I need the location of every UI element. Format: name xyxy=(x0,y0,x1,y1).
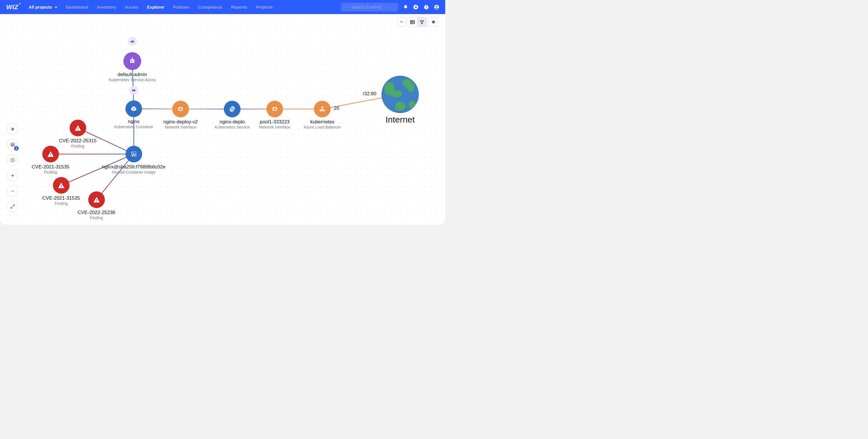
node-subtitle: Kubernetes Service Accou xyxy=(109,77,156,82)
node-default-admin[interactable]: default-adminKubernetes Service Accou xyxy=(109,52,156,82)
node-title: default-admin xyxy=(109,72,156,77)
crown-icon xyxy=(129,86,138,94)
globe-icon xyxy=(381,76,419,113)
svg-point-42 xyxy=(12,160,13,161)
notifications-button[interactable] xyxy=(403,4,408,10)
node-nginx-image[interactable]: nginx@sha256:f7988fb6c02eHosted Containe… xyxy=(102,146,165,175)
search-placeholder: Search (Cmd+K) xyxy=(351,5,381,9)
svg-rect-34 xyxy=(50,156,51,156)
table-icon xyxy=(410,20,415,24)
node-subtitle: Network Interface xyxy=(259,125,290,129)
finding-icon xyxy=(69,120,86,136)
favorite-button[interactable] xyxy=(429,17,438,26)
expand-icon xyxy=(10,204,15,209)
node-cve-25315[interactable]: CVE-2022-25315Finding xyxy=(59,120,96,148)
node-title: nginx-deplo xyxy=(215,119,250,125)
node-subtitle: Hosted Container Image xyxy=(102,170,165,175)
graph-view-button[interactable] xyxy=(417,18,427,27)
svg-rect-32 xyxy=(78,129,78,130)
load-balancer-icon xyxy=(314,101,331,117)
svg-point-0 xyxy=(345,5,347,8)
internet-label: Internet xyxy=(381,115,419,125)
minus-icon xyxy=(10,189,15,194)
node-internet[interactable]: Internet xyxy=(381,76,419,125)
graph-filter-icon xyxy=(420,20,424,24)
svg-point-28 xyxy=(323,110,325,111)
nav-link-reports[interactable]: Reports xyxy=(231,5,247,9)
nav-link-projects[interactable]: Projects xyxy=(256,5,273,9)
finding-icon xyxy=(42,146,59,162)
node-subtitle: Finding xyxy=(78,216,115,220)
svg-rect-35 xyxy=(61,185,61,186)
nav-link-inventory[interactable]: Inventory xyxy=(97,5,117,9)
node-cve-25236[interactable]: CVE-2022-25236Finding xyxy=(78,191,115,220)
node-subtitle: Finding xyxy=(32,170,69,175)
table-view-button[interactable] xyxy=(408,18,417,27)
node-title: CVE-2021-31535 xyxy=(42,195,80,201)
target-icon xyxy=(10,158,15,163)
gear-icon xyxy=(413,5,418,10)
nav-link-explorer[interactable]: Explorer xyxy=(147,5,164,9)
svg-point-18 xyxy=(133,61,134,62)
account-button[interactable] xyxy=(434,4,439,10)
svg-rect-24 xyxy=(274,108,276,109)
node-nginx-deplo[interactable]: nginx-deploKubernetes Service xyxy=(215,101,250,129)
nav-link-dashboard[interactable]: Dashboard xyxy=(66,5,88,9)
node-subtitle: Azure Load Balancer xyxy=(304,125,341,129)
nav-link-policies[interactable]: Policies xyxy=(173,5,189,9)
node-subtitle: Network Interface xyxy=(163,125,198,129)
locate-button[interactable] xyxy=(7,154,19,166)
node-pool1[interactable]: pool1-333223Network Interface xyxy=(259,101,290,129)
container-image-icon xyxy=(125,146,142,162)
global-search[interactable]: Search (Cmd+K) xyxy=(341,3,398,11)
user-icon xyxy=(434,5,439,10)
help-button[interactable]: ? xyxy=(423,4,429,10)
node-nginx-container[interactable]: nginxKubernetes Container xyxy=(114,100,153,129)
fullscreen-button[interactable] xyxy=(7,201,19,212)
svg-rect-40 xyxy=(410,20,414,24)
canvas-controls: 2 xyxy=(7,123,19,212)
node-cve-31535-b[interactable]: CVE-2021-31535Finding xyxy=(42,177,80,206)
recenter-button[interactable] xyxy=(7,123,19,135)
node-subtitle: Kubernetes Service xyxy=(215,125,250,129)
star-icon xyxy=(431,20,436,24)
svg-rect-21 xyxy=(179,108,182,109)
svg-text:?: ? xyxy=(425,5,427,9)
node-nginx-deploy-v2[interactable]: nginx-deploy-v2Network Interface xyxy=(163,101,198,129)
layers-button[interactable]: 2 xyxy=(7,139,19,150)
node-cve-31535-a[interactable]: CVE-2021-31535Finding xyxy=(32,146,69,175)
nav-link-issues[interactable]: Issues xyxy=(125,5,138,9)
edge-port-32-80: /32:80 xyxy=(363,91,376,97)
svg-point-25 xyxy=(321,106,323,108)
plus-icon xyxy=(10,173,15,178)
layers-icon xyxy=(10,142,15,147)
svg-point-26 xyxy=(320,110,321,111)
svg-point-27 xyxy=(321,110,323,111)
svg-point-30 xyxy=(133,153,134,154)
network-interface-icon xyxy=(267,101,283,117)
node-title: pool1-333223 xyxy=(259,119,290,125)
node-title: nginx-deploy-v2 xyxy=(163,119,198,125)
view-options-dropdown[interactable] xyxy=(397,17,406,26)
canvas-toolbar xyxy=(397,17,438,27)
zoom-out-button[interactable] xyxy=(7,185,19,197)
svg-point-4 xyxy=(436,6,437,7)
svg-rect-31 xyxy=(78,127,78,129)
graph-canvas[interactable]: default-adminKubernetes Service Accoungi… xyxy=(0,14,445,225)
svg-rect-16 xyxy=(130,59,135,63)
network-interface-icon xyxy=(172,101,189,117)
app-root: WIZ All projects DashboardInventoryIssue… xyxy=(0,0,445,225)
zoom-in-button[interactable] xyxy=(7,170,19,181)
node-subtitle: Kubernetes Container xyxy=(114,125,153,129)
project-selector[interactable]: All projects xyxy=(29,5,57,9)
brand-logo: WIZ xyxy=(6,3,21,11)
node-title: nginx xyxy=(114,119,153,125)
finding-icon xyxy=(53,177,69,194)
node-title: CVE-2022-25236 xyxy=(78,210,115,216)
view-mode-toggle xyxy=(408,17,427,27)
chevron-down-icon xyxy=(55,6,57,9)
k8s-service-icon xyxy=(224,101,241,117)
nav-link-compliance[interactable]: Compliance xyxy=(198,5,222,9)
settings-button[interactable] xyxy=(413,4,419,10)
node-kubernetes-lb[interactable]: kubernetesAzure Load Balancer xyxy=(304,101,341,129)
